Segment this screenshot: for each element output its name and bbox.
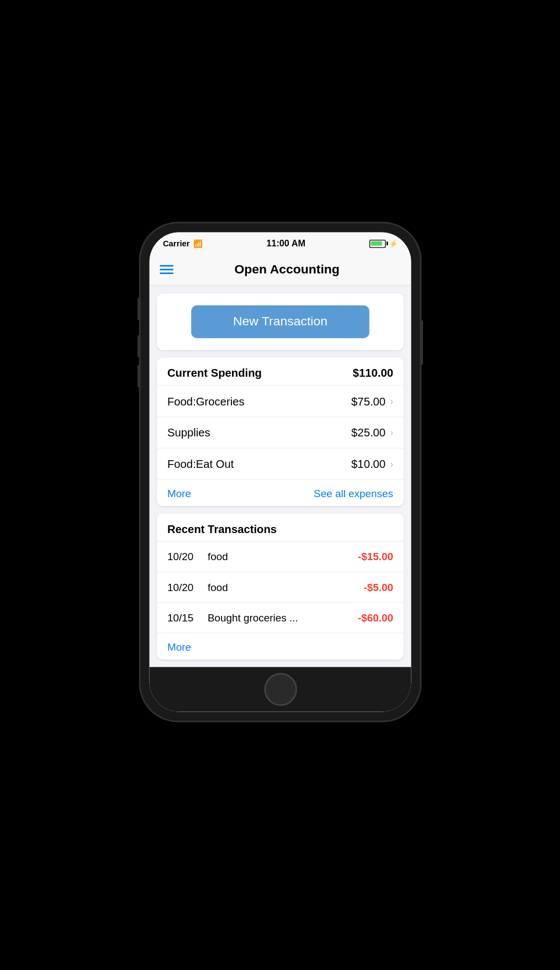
spending-label-2: Food:Eat Out bbox=[167, 457, 233, 470]
chevron-icon-1: › bbox=[390, 426, 393, 437]
status-time: 11:00 AM bbox=[266, 238, 305, 249]
spending-amount-row-0: $75.00 › bbox=[351, 394, 393, 407]
spending-row[interactable]: Food:Groceries $75.00 › bbox=[157, 386, 404, 417]
hamburger-line-1 bbox=[160, 265, 173, 266]
see-all-expenses-link[interactable]: See all expenses bbox=[314, 487, 393, 499]
wifi-icon: 📶 bbox=[193, 239, 202, 247]
chevron-icon-2: › bbox=[390, 458, 393, 469]
spending-amount-0: $75.00 bbox=[351, 394, 385, 407]
home-button-area bbox=[149, 667, 411, 711]
main-content: New Transaction Current Spending $110.00… bbox=[149, 286, 411, 667]
phone-wrapper: Carrier 📶 11:00 AM ⚡ Open Ac bbox=[177, 288, 384, 683]
status-left: Carrier 📶 bbox=[162, 239, 202, 247]
new-transaction-card: New Transaction bbox=[157, 293, 404, 350]
nav-bar: Open Accounting bbox=[149, 253, 411, 286]
transactions-more-link[interactable]: More bbox=[167, 641, 191, 653]
spending-row-1[interactable]: Supplies $25.00 › bbox=[157, 417, 404, 449]
chevron-icon-0: › bbox=[390, 395, 393, 406]
battery-fill bbox=[371, 241, 382, 245]
spending-footer: More See all expenses bbox=[157, 479, 404, 505]
spending-amount-row-1: $25.00 › bbox=[351, 426, 393, 439]
hamburger-line-3 bbox=[160, 272, 173, 273]
transactions-title: Recent Transactions bbox=[167, 522, 276, 535]
transactions-header: Recent Transactions bbox=[157, 513, 404, 541]
transaction-row-2[interactable]: 10/15 Bought groceries ... -$60.00 bbox=[157, 603, 404, 633]
spending-total: $110.00 bbox=[352, 366, 393, 379]
new-transaction-button[interactable]: New Transaction bbox=[191, 305, 369, 338]
transactions-card: Recent Transactions 10/20 food -$15.00 1… bbox=[157, 513, 404, 660]
bolt-icon: ⚡ bbox=[388, 239, 397, 247]
hamburger-menu-icon[interactable] bbox=[160, 265, 173, 273]
home-button[interactable] bbox=[263, 673, 296, 705]
spending-more-link[interactable]: More bbox=[167, 487, 191, 499]
transaction-desc-1: food bbox=[207, 581, 351, 593]
carrier-label: Carrier bbox=[162, 239, 189, 247]
spending-label-1: Supplies bbox=[167, 426, 210, 439]
transactions-footer: More bbox=[157, 633, 404, 659]
spending-row-2[interactable]: Food:Eat Out $10.00 › bbox=[157, 448, 404, 479]
transaction-date-1: 10/20 bbox=[167, 581, 195, 593]
transaction-row-0[interactable]: 10/20 food -$15.00 bbox=[157, 541, 404, 572]
spending-label-0: Food:Groceries bbox=[167, 394, 244, 407]
transaction-desc-2: Bought groceries ... bbox=[207, 611, 345, 624]
hamburger-line-2 bbox=[160, 268, 173, 270]
transaction-date-2: 10/15 bbox=[167, 611, 195, 624]
transaction-amount-2: -$60.00 bbox=[357, 611, 393, 624]
nav-title: Open Accounting bbox=[173, 261, 400, 276]
spending-header: Current Spending $110.00 bbox=[157, 357, 404, 386]
transaction-desc-0: food bbox=[207, 550, 345, 562]
phone-device: Carrier 📶 11:00 AM ⚡ Open Ac bbox=[140, 223, 420, 720]
spending-title: Current Spending bbox=[167, 366, 261, 379]
transaction-date-0: 10/20 bbox=[167, 550, 195, 562]
transaction-amount-1: -$5.00 bbox=[363, 581, 393, 593]
spending-amount-row-2: $10.00 › bbox=[351, 457, 393, 470]
transaction-amount-0: -$15.00 bbox=[357, 550, 393, 562]
phone-screen: Carrier 📶 11:00 AM ⚡ Open Ac bbox=[149, 232, 411, 711]
transaction-row-1[interactable]: 10/20 food -$5.00 bbox=[157, 572, 404, 602]
spending-card: Current Spending $110.00 Food:Groceries … bbox=[157, 357, 404, 506]
status-right: ⚡ bbox=[369, 239, 397, 247]
spending-amount-2: $10.00 bbox=[351, 457, 385, 470]
status-bar: Carrier 📶 11:00 AM ⚡ bbox=[149, 232, 411, 253]
battery-icon bbox=[369, 239, 385, 247]
spending-amount-1: $25.00 bbox=[351, 426, 385, 439]
